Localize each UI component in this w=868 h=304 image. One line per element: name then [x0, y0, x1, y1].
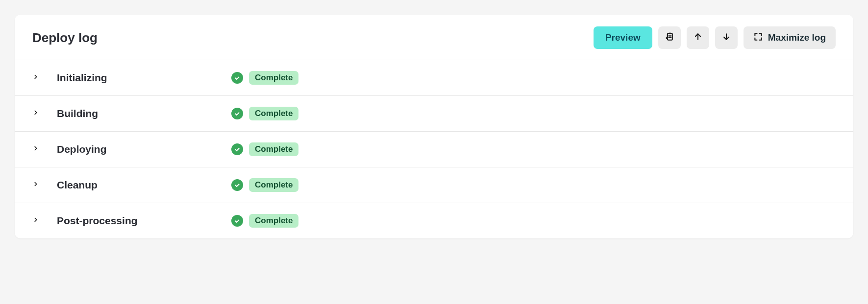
- stage-name: Initializing: [57, 72, 231, 84]
- preview-button[interactable]: Preview: [594, 26, 652, 49]
- chevron-right-icon: [32, 73, 39, 82]
- check-circle-icon: [231, 72, 243, 84]
- chevron-right-icon: [32, 145, 39, 154]
- expand-toggle[interactable]: [32, 181, 57, 189]
- scroll-up-button[interactable]: [687, 26, 709, 49]
- stage-row-post-processing[interactable]: Post-processing Complete: [15, 203, 853, 238]
- stage-row-deploying[interactable]: Deploying Complete: [15, 132, 853, 167]
- check-circle-icon: [231, 108, 243, 119]
- stage-name: Building: [57, 108, 231, 119]
- arrow-up-icon: [693, 32, 703, 44]
- expand-toggle[interactable]: [32, 216, 57, 225]
- header-actions: Preview: [594, 26, 836, 49]
- stage-list: Initializing Complete Building Complete: [15, 60, 853, 238]
- stage-row-building[interactable]: Building Complete: [15, 96, 853, 132]
- stage-status: Complete: [231, 214, 298, 228]
- stage-name: Post-processing: [57, 215, 231, 227]
- preview-label: Preview: [605, 32, 641, 43]
- status-badge: Complete: [249, 142, 298, 156]
- chevron-right-icon: [32, 181, 39, 189]
- card-header: Deploy log Preview: [15, 15, 853, 60]
- stage-status: Complete: [231, 71, 298, 85]
- chevron-right-icon: [32, 109, 39, 118]
- expand-toggle[interactable]: [32, 73, 57, 82]
- check-circle-icon: [231, 143, 243, 155]
- stage-name: Deploying: [57, 143, 231, 155]
- deploy-log-card: Deploy log Preview: [15, 15, 853, 238]
- maximize-icon: [753, 32, 763, 44]
- maximize-log-button[interactable]: Maximize log: [744, 26, 836, 49]
- check-circle-icon: [231, 215, 243, 227]
- arrow-down-icon: [721, 32, 731, 44]
- clipboard-icon: [665, 32, 674, 44]
- stage-status: Complete: [231, 178, 298, 192]
- stage-status: Complete: [231, 107, 298, 120]
- status-badge: Complete: [249, 214, 298, 228]
- chevron-right-icon: [32, 216, 39, 225]
- scroll-down-button[interactable]: [715, 26, 738, 49]
- stage-row-initializing[interactable]: Initializing Complete: [15, 60, 853, 96]
- status-badge: Complete: [249, 71, 298, 85]
- svg-rect-0: [668, 33, 672, 40]
- page-title: Deploy log: [32, 30, 98, 46]
- maximize-label: Maximize log: [768, 32, 826, 43]
- expand-toggle[interactable]: [32, 109, 57, 118]
- copy-log-button[interactable]: [658, 26, 681, 49]
- stage-row-cleanup[interactable]: Cleanup Complete: [15, 167, 853, 203]
- status-badge: Complete: [249, 107, 298, 120]
- status-badge: Complete: [249, 178, 298, 192]
- check-circle-icon: [231, 179, 243, 191]
- stage-name: Cleanup: [57, 179, 231, 191]
- expand-toggle[interactable]: [32, 145, 57, 154]
- stage-status: Complete: [231, 142, 298, 156]
